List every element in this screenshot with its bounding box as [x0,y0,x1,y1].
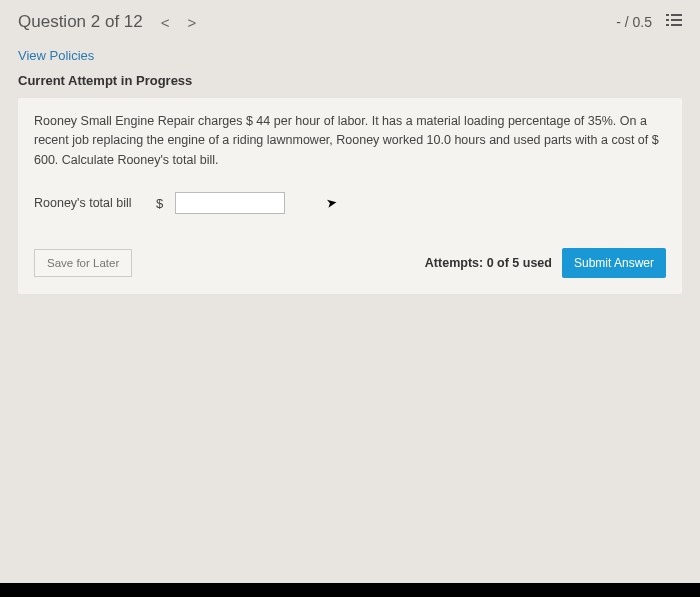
attempt-status: Current Attempt in Progress [0,69,700,98]
submit-answer-button[interactable]: Submit Answer [562,248,666,278]
card-footer: Save for Later Attempts: 0 of 5 used Sub… [34,248,666,278]
question-header: Question 2 of 12 < > - / 0.5 [0,0,700,42]
currency-symbol: $ [156,196,163,211]
question-title: Question 2 of 12 [18,12,143,32]
svg-rect-3 [671,19,682,21]
svg-rect-4 [666,24,669,26]
svg-rect-0 [666,14,669,16]
score-display: - / 0.5 [616,14,652,30]
svg-rect-5 [671,24,682,26]
nav-arrows: < > [161,14,197,31]
svg-rect-2 [666,19,669,21]
next-question-button[interactable]: > [188,14,197,31]
answer-row: Rooney's total bill $ [34,192,666,214]
bottom-bar [0,583,700,597]
question-card: Rooney Small Engine Repair charges $ 44 … [18,98,682,294]
save-for-later-button[interactable]: Save for Later [34,249,132,277]
menu-icon[interactable] [666,13,682,31]
answer-input[interactable] [175,192,285,214]
answer-label: Rooney's total bill [34,196,144,210]
svg-rect-1 [671,14,682,16]
view-policies-link[interactable]: View Policies [0,42,700,69]
attempts-text: Attempts: 0 of 5 used [425,256,552,270]
problem-text: Rooney Small Engine Repair charges $ 44 … [34,112,666,170]
prev-question-button[interactable]: < [161,14,170,31]
